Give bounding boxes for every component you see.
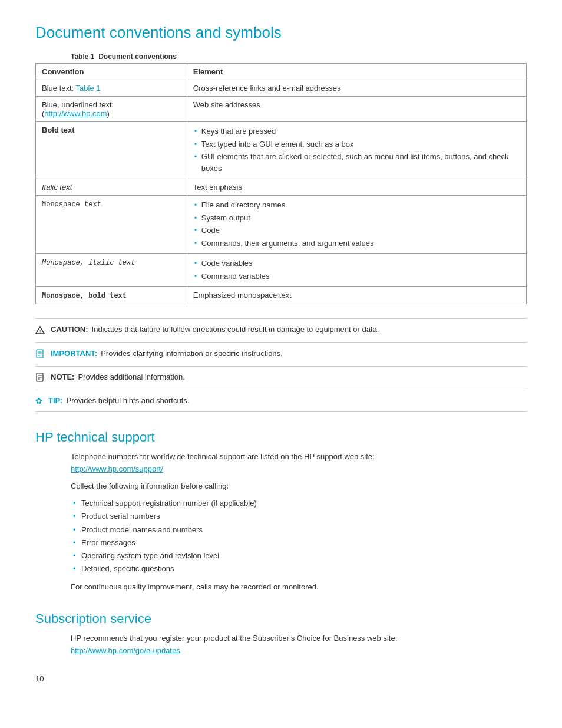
blue-link-table1[interactable]: Table 1 (76, 84, 101, 93)
list-item: Product serial numbers (71, 510, 527, 523)
list-item: System output (193, 212, 520, 224)
table-row: Monospace, italic text Code variables Co… (36, 254, 527, 287)
subscription-title: Subscription service (35, 611, 527, 627)
table-caption-label: Table 1 (71, 52, 94, 61)
table-row: Blue, underlined text: (http://www.hp.co… (36, 97, 527, 122)
hp-support-body: Telephone numbers for worldwide technica… (71, 451, 527, 594)
list-item: File and directory names (193, 199, 520, 211)
list-item: Error messages (71, 536, 527, 549)
list-item: Command variables (193, 271, 520, 282)
convention-monospace-bold: Monospace, bold text (36, 287, 187, 304)
hp-support-title: HP technical support (35, 430, 527, 445)
list-item: Text typed into a GUI element, such as a… (193, 139, 520, 150)
monospace-bold-sample: Monospace, bold text (42, 292, 127, 300)
caution-icon: ! (35, 325, 45, 337)
important-text: Provides clarifying information or speci… (101, 349, 283, 358)
convention-italic: Italic text (36, 179, 187, 196)
note-label: NOTE: (51, 373, 74, 381)
convention-monospace: Monospace text (36, 196, 187, 254)
table-row: Monospace text File and directory names … (36, 196, 527, 254)
conventions-table: Convention Element Blue text: Table 1 Cr… (35, 63, 527, 304)
table-caption: Table 1 Document conventions (71, 52, 527, 61)
table-row: Bold text Keys that are pressed Text typ… (36, 122, 527, 179)
caution-notice: ! CAUTION: Indicates that failure to fol… (35, 318, 527, 342)
notices-container: ! CAUTION: Indicates that failure to fol… (35, 318, 527, 412)
svg-text:!: ! (39, 329, 41, 334)
element-emphasized-monospace: Emphasized monospace text (187, 287, 526, 304)
note-doc-icon (35, 373, 45, 382)
convention-monospace-italic: Monospace, italic text (36, 254, 187, 287)
convention-bold: Bold text (36, 122, 187, 179)
blue-link-hp[interactable]: http://www.hp.com (44, 109, 107, 118)
hp-support-url[interactable]: http://www.hp.com/support/ (71, 465, 163, 473)
note-notice: NOTE: Provides additional information. (35, 366, 527, 390)
important-icon (35, 349, 45, 360)
subscription-url[interactable]: http://www.hp.com/go/e-updates (71, 646, 180, 655)
convention-blue-link: Blue text: Table 1 (36, 80, 187, 97)
list-item: Code (193, 225, 520, 236)
table-row: Monospace, bold text Emphasized monospac… (36, 287, 527, 304)
list-item: Technical support registration number (i… (71, 497, 527, 510)
tip-label: TIP: (48, 396, 63, 405)
support-items-list: Technical support registration number (i… (71, 497, 527, 575)
collect-text: Collect the following information before… (71, 480, 527, 493)
list-item: GUI elements that are clicked or selecte… (193, 151, 520, 174)
element-monospace-italic-list: Code variables Command variables (187, 254, 526, 287)
important-notice: IMPORTANT: Provides clarifying informati… (35, 342, 527, 366)
table-caption-text: Document conventions (98, 52, 177, 61)
note-text: Provides additional information. (78, 373, 184, 381)
element-text-emphasis: Text emphasis (187, 179, 526, 196)
subscription-text: HP recommends that you register your pro… (71, 633, 527, 657)
hp-support-intro: Telephone numbers for worldwide technica… (71, 451, 527, 476)
list-item: Product model names and numbers (71, 523, 527, 536)
italic-text-sample: Italic text (42, 183, 72, 192)
table-row: Italic text Text emphasis (36, 179, 527, 196)
tip-text: Provides helpful hints and shortcuts. (67, 396, 190, 405)
table-row: Blue text: Table 1 Cross-reference links… (36, 80, 527, 97)
convention-blue-underline: Blue, underlined text: (http://www.hp.co… (36, 97, 187, 122)
page-title: Document conventions and symbols (35, 24, 527, 42)
list-item: Code variables (193, 258, 520, 269)
list-item: Detailed, specific questions (71, 562, 527, 575)
monospace-text-sample: Monospace text (42, 200, 101, 209)
list-item: Commands, their arguments, and argument … (193, 238, 520, 249)
monospace-italic-sample: Monospace, italic text (42, 259, 135, 267)
bold-text-sample: Bold text (42, 126, 75, 134)
page-number: 10 (35, 674, 527, 683)
list-item: Operating system type and revision level (71, 549, 527, 562)
quality-text: For continuous quality improvement, call… (71, 581, 527, 594)
caution-label: CAUTION: (51, 325, 88, 334)
note-page-icon (35, 349, 45, 358)
important-label: IMPORTANT: (51, 349, 97, 358)
tip-notice: ✿ TIP: Provides helpful hints and shortc… (35, 390, 527, 412)
subscription-body: HP recommends that you register your pro… (71, 633, 527, 657)
note-icon (35, 373, 45, 384)
col-header-element: Element (187, 64, 526, 80)
element-web-site: Web site addresses (187, 97, 526, 122)
element-bold-list: Keys that are pressed Text typed into a … (187, 122, 526, 179)
tip-icon: ✿ (35, 396, 42, 406)
element-monospace-list: File and directory names System output C… (187, 196, 526, 254)
col-header-convention: Convention (36, 64, 187, 80)
list-item: Keys that are pressed (193, 126, 520, 137)
element-cross-reference: Cross-reference links and e-mail address… (187, 80, 526, 97)
triangle-warning-icon: ! (35, 325, 45, 335)
caution-text: Indicates that failure to follow directi… (92, 325, 379, 334)
